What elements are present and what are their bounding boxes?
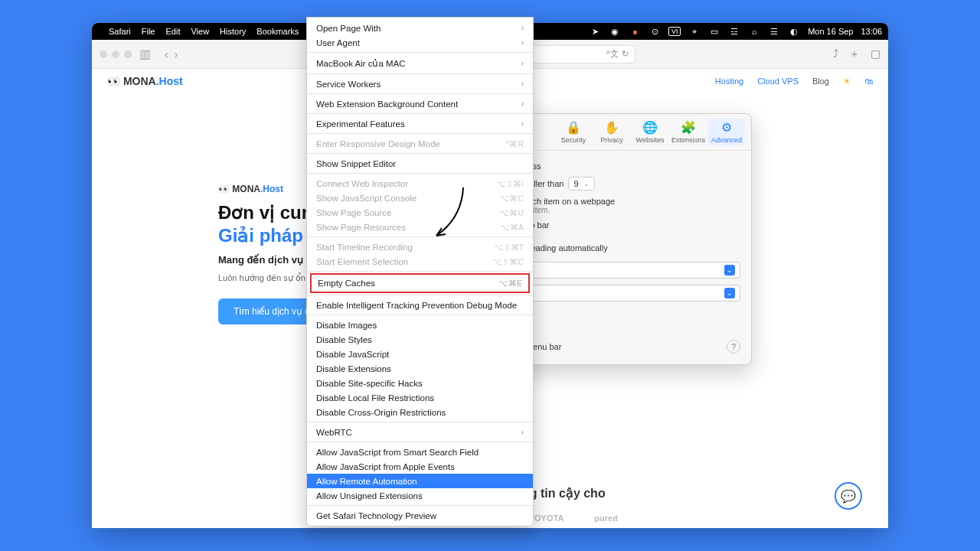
gear-icon: ⚙ — [721, 120, 732, 135]
window-close-button[interactable] — [100, 51, 107, 58]
share-icon[interactable]: ⤴ — [833, 47, 838, 61]
theme-toggle-icon[interactable]: ☀ — [843, 77, 851, 86]
menu-item[interactable]: Disable Extensions — [307, 361, 533, 376]
menu-item[interactable]: Enable Intelligent Tracking Prevention D… — [307, 298, 533, 312]
menu-safari[interactable]: Safari — [109, 27, 131, 36]
menu-item[interactable]: Disable Site-specific Hacks — [307, 376, 533, 390]
menu-item[interactable]: Allow JavaScript from Apple Events — [307, 459, 533, 474]
back-button[interactable]: ‹ — [165, 48, 168, 60]
chevron-right-icon: › — [521, 38, 524, 47]
menu-shortcut: ⌥⌘A — [500, 223, 524, 232]
menu-item-label: Service Workers — [316, 80, 381, 89]
menu-view[interactable]: View — [191, 27, 209, 36]
menu-item[interactable]: User Agent› — [307, 35, 533, 50]
siri-icon[interactable]: ◐ — [788, 27, 800, 36]
menu-separator — [307, 422, 533, 422]
partner-logo: pureıt — [594, 514, 618, 525]
mic-icon[interactable]: ∎ — [629, 27, 641, 36]
site-logo[interactable]: 👀 MONA.Host — [107, 75, 183, 87]
menu-edit[interactable]: Edit — [165, 27, 180, 36]
menu-separator — [307, 315, 533, 315]
battery-icon[interactable]: ▭ — [708, 27, 720, 36]
chat-widget-button[interactable]: 💬 — [835, 482, 862, 510]
tabs-icon[interactable]: ▢ — [871, 47, 880, 61]
menu-shortcut: ⌥⇧⌘I — [496, 179, 524, 188]
record-icon[interactable]: ◉ — [609, 27, 621, 36]
menu-item[interactable]: Allow Remote Automation — [307, 474, 533, 488]
prefs-tab-security[interactable]: 🔒Security — [555, 119, 592, 145]
menu-item-label: Start Timeline Recording — [316, 243, 413, 252]
menu-shortcut: ⌥⌘C — [499, 194, 524, 203]
menu-item[interactable]: Experimental Features› — [307, 116, 533, 131]
menu-item-label: Enter Responsive Design Mode — [316, 139, 440, 148]
prefs-tab-advanced[interactable]: ⚙Advanced — [708, 119, 745, 145]
window-minimize-button[interactable] — [112, 51, 119, 58]
menu-item[interactable]: WebRTC› — [307, 425, 533, 439]
menu-item[interactable]: Disable Images — [307, 318, 533, 332]
menu-item-empty-caches[interactable]: Empty Caches⌥⌘E — [312, 275, 528, 292]
chevron-right-icon: › — [521, 24, 524, 32]
menu-item[interactable]: Allow JavaScript from Smart Search Field — [307, 445, 533, 459]
menu-item: Start Element Selection⌥⇧⌘C — [307, 254, 533, 269]
menu-item[interactable]: Disable Local File Restrictions — [307, 390, 533, 405]
prefs-tab-extensions[interactable]: 🧩Extensions — [670, 119, 707, 145]
menu-history[interactable]: History — [220, 27, 246, 36]
menu-item-label: Start Element Selection — [316, 257, 408, 266]
menu-shortcut: ⌥⇧⌘C — [492, 257, 524, 266]
menu-item-label: Allow Unsigned Extensions — [316, 491, 423, 500]
menu-item[interactable]: Disable Styles — [307, 332, 533, 347]
menu-item[interactable]: Show Snippet Editor — [307, 156, 533, 171]
font-size-select[interactable]: 9⌄ — [568, 177, 594, 191]
menu-item-label: WebRTC — [316, 428, 352, 437]
menu-item-label: Disable JavaScript — [316, 350, 389, 359]
search-icon[interactable]: ⌕ — [748, 27, 760, 36]
nav-cloud-vps[interactable]: Cloud VPS — [757, 77, 799, 86]
menu-item-label: Allow JavaScript from Apple Events — [316, 462, 455, 471]
menu-item-label: Experimental Features — [316, 119, 405, 129]
new-tab-icon[interactable]: ＋ — [849, 47, 860, 61]
develop-menu-dropdown[interactable]: Open Page With›User Agent›MacBook Air củ… — [306, 17, 534, 527]
menu-separator — [307, 52, 533, 53]
menu-item[interactable]: Get Safari Technology Preview — [307, 508, 533, 523]
menu-bookmarks[interactable]: Bookmarks — [256, 27, 299, 36]
screen-record-icon[interactable]: ⊙ — [648, 27, 661, 36]
bluetooth-icon[interactable]: ⌖ — [688, 27, 701, 36]
partner-logo: TOYOTA — [530, 514, 564, 525]
nav-hosting[interactable]: Hosting — [715, 77, 743, 86]
forward-button[interactable]: › — [175, 48, 178, 60]
globe-icon: 🌐 — [642, 120, 658, 135]
menu-item[interactable]: Service Workers› — [307, 77, 533, 91]
menu-item[interactable]: Web Extension Background Content› — [307, 96, 533, 111]
menu-item: Show JavaScript Console⌥⌘C — [307, 191, 533, 205]
prefs-tab-privacy[interactable]: ✋Privacy — [593, 119, 630, 145]
cart-icon[interactable]: 🛍 — [864, 77, 873, 86]
nav-blog[interactable]: Blog — [812, 77, 829, 86]
menu-item-label: Allow Remote Automation — [316, 477, 417, 486]
menubar-time[interactable]: 13:06 — [861, 27, 882, 36]
control-center-icon[interactable]: ☰ — [768, 27, 780, 36]
menu-item[interactable]: MacBook Air của MAC› — [307, 55, 533, 71]
menu-separator — [307, 505, 533, 506]
sidebar-toggle-icon[interactable]: ▥ — [139, 47, 151, 61]
puzzle-icon: 🧩 — [681, 120, 696, 135]
menu-file[interactable]: File — [142, 27, 155, 36]
menu-item-label: Disable Site-specific Hacks — [316, 379, 423, 388]
menu-item-label: Open Page With — [316, 24, 381, 33]
menu-item-label: Get Safari Technology Preview — [316, 511, 436, 520]
window-zoom-button[interactable] — [124, 51, 132, 58]
help-button[interactable]: ? — [727, 340, 740, 354]
hand-icon: ✋ — [604, 120, 619, 135]
location-icon[interactable]: ➤ — [589, 27, 601, 36]
menubar-date[interactable]: Mon 16 Sep — [808, 27, 853, 36]
menu-item[interactable]: Disable JavaScript — [307, 347, 533, 361]
menu-item[interactable]: Disable Cross-Origin Restrictions — [307, 405, 533, 419]
menu-item-label: MacBook Air của MAC — [316, 58, 406, 69]
translate-icon[interactable]: ᴬ文 — [606, 48, 619, 60]
input-lang-icon[interactable]: VI — [668, 27, 681, 36]
menu-item[interactable]: Open Page With› — [307, 21, 533, 35]
menu-item[interactable]: Allow Unsigned Extensions — [307, 488, 533, 503]
wifi-icon[interactable]: ☲ — [728, 27, 740, 36]
reload-icon[interactable]: ↻ — [622, 49, 629, 59]
menu-shortcut: ^⌘R — [505, 139, 524, 148]
prefs-tab-websites[interactable]: 🌐Websites — [632, 119, 668, 145]
